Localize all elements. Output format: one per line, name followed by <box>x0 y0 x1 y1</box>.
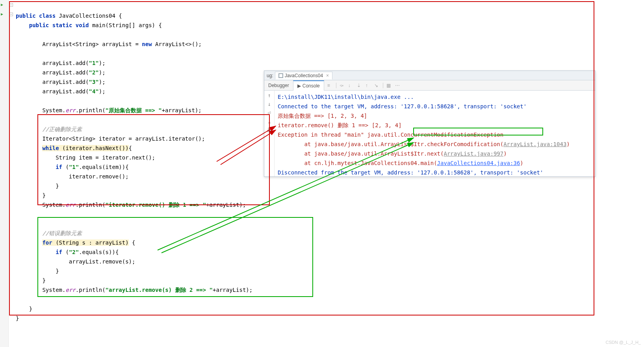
kw-while: while <box>42 145 59 151</box>
code-line: ); <box>99 69 106 76</box>
stack-line: at java.base/java.util.ArrayList$Itr.nex… <box>278 150 444 157</box>
source-link[interactable]: ArrayList.java:1043 <box>503 141 566 147</box>
str: "iterator.remove() 删除 1 ==> " <box>106 202 206 208</box>
fold-column: − − <box>9 0 14 347</box>
str: "3" <box>89 79 98 85</box>
cond: .equals(item)){ <box>79 164 128 170</box>
play-icon: ▶ <box>297 83 301 89</box>
kw-public: public <box>29 22 49 28</box>
run-label: ug: <box>267 73 273 78</box>
scroll-up-icon[interactable]: ↑ <box>267 92 271 98</box>
run-config-tab[interactable]: JavaCollections04 × <box>275 72 332 80</box>
code-line: +arrayList); <box>206 202 246 208</box>
brace: } <box>42 192 45 199</box>
debug-console-panel: ug: JavaCollections04 × Debugger ▶ Conso… <box>264 71 596 177</box>
brace: { <box>129 239 135 246</box>
cond: (iterator.hasNext()) <box>59 145 129 151</box>
code-line: .println( <box>76 202 106 208</box>
paren: ) <box>503 150 507 157</box>
java-file-icon <box>278 73 283 78</box>
str: "2" <box>69 249 79 255</box>
code-line: ); <box>99 79 106 85</box>
source-link[interactable]: JavaCollections04.java:36 <box>437 160 520 166</box>
code-line: arrayList.remove(s); <box>69 258 135 265</box>
str: "4" <box>89 88 98 95</box>
step-out-icon[interactable]: ↑ <box>366 83 371 88</box>
err-field: err <box>65 202 75 208</box>
stack-line: at java.base/java.util.ArrayList$Itr.che… <box>278 141 503 147</box>
str: "2" <box>89 69 98 76</box>
console-header: ug: JavaCollections04 × <box>264 71 595 80</box>
code-line: ArrayList<String> arrayList = <box>42 41 142 47</box>
code-line: arrayList.add( <box>42 69 89 76</box>
tab-console[interactable]: ▶ Console <box>293 80 324 91</box>
tab-debugger[interactable]: Debugger <box>264 80 293 90</box>
print-icon[interactable]: 🖶 <box>267 127 272 133</box>
console-output[interactable]: E:\install\JDK11\install\bin\java.exe ..… <box>275 91 595 176</box>
force-step-into-icon[interactable]: ⇣ <box>357 83 362 88</box>
kw-if: if <box>56 164 62 170</box>
more-icon[interactable]: ⋯ <box>395 83 401 88</box>
stack-line: at cn.ljh.mytest.JavaCollections04.main( <box>278 160 437 166</box>
menu-icon[interactable]: ≡ <box>327 83 333 88</box>
code-line: .println( <box>76 287 106 293</box>
brace: } <box>56 183 59 189</box>
soft-wrap-icon[interactable]: ⏎ <box>267 109 271 116</box>
main-sig: main(String[] args) { <box>92 22 162 28</box>
code-line: System. <box>42 202 65 208</box>
svg-rect-1 <box>279 74 282 77</box>
err-field: err <box>65 287 75 293</box>
brace: } <box>29 306 32 312</box>
console-tabs: Debugger ▶ Console ≡ ⤼ ↓ ⇣ ↑ ↘ ▦ ⋯ <box>264 80 595 91</box>
paren: ) <box>566 141 570 147</box>
code-line: arrayList.add( <box>42 60 89 66</box>
kw-for: for <box>42 239 52 246</box>
code-line: ); <box>99 88 106 95</box>
run-config-name: JavaCollections04 <box>285 73 323 78</box>
code-editor[interactable]: public class JavaCollections04 { public … <box>16 2 252 323</box>
evaluate-icon[interactable]: ▦ <box>386 83 392 88</box>
kw-if: if <box>56 249 62 255</box>
brace: } <box>42 277 45 284</box>
scroll-to-end-icon[interactable]: ⤓ <box>267 118 272 124</box>
comment: //正确删除元素 <box>42 126 82 132</box>
scroll-down-icon[interactable]: ↓ <box>267 101 271 107</box>
run-gutter-icon[interactable]: ▶ <box>1 2 5 6</box>
run-gutter-icon[interactable]: ▶ <box>1 12 5 16</box>
source-link[interactable]: ArrayList.java:997 <box>444 150 503 157</box>
code-line: arrayList.add( <box>42 88 89 95</box>
step-over-icon[interactable]: ⤼ <box>340 83 345 88</box>
console-line: 原始集合数据 ==> [1, 2, 3, 4] <box>278 113 367 119</box>
brace: } <box>16 315 19 321</box>
close-icon[interactable]: × <box>326 73 329 78</box>
cond: .equals(s)){ <box>79 249 119 255</box>
run-to-cursor-icon[interactable]: ↘ <box>374 83 380 88</box>
console-line: iterator.remove() 删除 1 ==> [2, 3, 4] <box>278 122 402 128</box>
str: "1" <box>89 60 98 66</box>
str: "原始集合数据 ==> " <box>106 107 162 113</box>
tab-debugger-label: Debugger <box>268 83 289 88</box>
gutter: ▶ ▶ <box>0 0 9 347</box>
paren: ) <box>520 160 523 166</box>
code-line: String item = iterator.next(); <box>56 154 155 161</box>
fold-icon[interactable]: − <box>9 3 13 7</box>
code-line: Iterator<String> iterator = arrayList.it… <box>42 135 205 142</box>
code-line: System. <box>42 107 65 113</box>
console-toolbar: ≡ ⤼ ↓ ⇣ ↑ ↘ ▦ ⋯ <box>324 80 404 90</box>
console-line: Connected to the target VM, address: '12… <box>278 103 527 109</box>
code-line: System. <box>42 287 65 293</box>
kw-new: new <box>142 41 152 47</box>
code-line: +arrayList); <box>162 107 202 113</box>
err-field: err <box>65 107 75 113</box>
class-decl: JavaCollections04 { <box>59 13 122 19</box>
str: "1" <box>69 164 79 170</box>
fold-icon[interactable]: − <box>9 13 13 16</box>
code-line: ArrayList<>(); <box>152 41 202 47</box>
console-line: E:\install\JDK11\install\bin\java.exe ..… <box>278 94 414 100</box>
kw-public: public <box>16 13 36 19</box>
cond: (String s : arrayList) <box>52 239 129 246</box>
exception-name: ConcurrentModificationException <box>401 132 503 138</box>
step-into-icon[interactable]: ↓ <box>348 83 354 88</box>
code-line: .println( <box>76 107 106 113</box>
brace: } <box>56 268 59 274</box>
